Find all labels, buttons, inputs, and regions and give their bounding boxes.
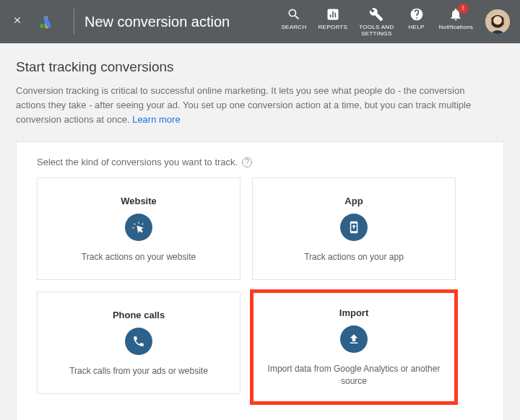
card-phone-desc: Track calls from your ads or website <box>69 365 208 377</box>
nav-notifications[interactable]: ! Notifications <box>434 4 478 34</box>
cursor-click-icon <box>125 214 152 241</box>
nav-reports-label: REPORTS <box>318 25 348 31</box>
app-download-icon <box>340 214 368 241</box>
google-ads-logo-icon <box>38 13 55 30</box>
card-website-title: Website <box>121 196 157 206</box>
account-avatar[interactable] <box>485 9 510 34</box>
card-website-desc: Track actions on your website <box>82 251 196 263</box>
card-import[interactable]: Import Import data from Google Analytics… <box>252 292 456 403</box>
svg-point-0 <box>40 24 44 28</box>
nav-notifications-label: Notifications <box>439 25 473 31</box>
main-heading: Start tracking conversions <box>16 59 504 75</box>
phone-icon <box>125 328 152 355</box>
svg-point-3 <box>493 16 502 25</box>
card-app-title: App <box>344 196 363 206</box>
nav-help-label: HELP <box>408 25 424 31</box>
close-button[interactable] <box>6 10 29 33</box>
nav-search[interactable]: SEARCH <box>276 4 311 34</box>
help-icon <box>409 6 425 22</box>
card-import-desc: Import data from Google Analytics or ano… <box>261 363 446 388</box>
card-phone-calls[interactable]: Phone calls Track calls from your ads or… <box>37 292 240 394</box>
card-phone-title: Phone calls <box>113 310 165 320</box>
close-icon <box>12 15 22 28</box>
panel-instruction: Select the kind of conversions you want … <box>37 157 483 167</box>
nav-help[interactable]: HELP <box>401 4 433 34</box>
nav-tools-label: TOOLS AND SETTINGS <box>359 25 394 38</box>
card-app[interactable]: App Track actions on your app <box>252 178 456 280</box>
vertical-divider <box>74 9 74 35</box>
card-app-desc: Track actions on your app <box>304 251 404 263</box>
help-tooltip-icon[interactable]: ? <box>242 157 252 167</box>
upload-icon <box>340 325 368 353</box>
search-icon <box>286 6 302 22</box>
nav-search-label: SEARCH <box>281 25 306 31</box>
intro-paragraph: Conversion tracking is critical to succe… <box>16 84 493 127</box>
reports-icon <box>325 6 341 22</box>
conversion-type-panel: Select the kind of conversions you want … <box>16 141 504 420</box>
wrench-icon <box>368 6 384 22</box>
page-title: New conversion action <box>84 14 230 30</box>
panel-instruction-text: Select the kind of conversions you want … <box>37 157 238 167</box>
bell-icon: ! <box>448 6 464 22</box>
top-bar: New conversion action SEARCH REPORTS TOO… <box>0 0 520 43</box>
nav-tools-settings[interactable]: TOOLS AND SETTINGS <box>354 4 399 40</box>
notification-badge: ! <box>458 4 468 14</box>
conversion-cards: Website Track actions on your website Ap… <box>37 178 456 403</box>
intro-text: Conversion tracking is critical to succe… <box>16 85 471 125</box>
top-nav: SEARCH REPORTS TOOLS AND SETTINGS HELP ! <box>276 4 478 40</box>
content-area: Start tracking conversions Conversion tr… <box>0 43 520 420</box>
nav-reports[interactable]: REPORTS <box>313 4 353 34</box>
card-website[interactable]: Website Track actions on your website <box>37 178 240 280</box>
learn-more-link[interactable]: Learn more <box>132 114 180 125</box>
avatar-icon <box>485 9 510 34</box>
card-import-title: Import <box>339 307 368 318</box>
